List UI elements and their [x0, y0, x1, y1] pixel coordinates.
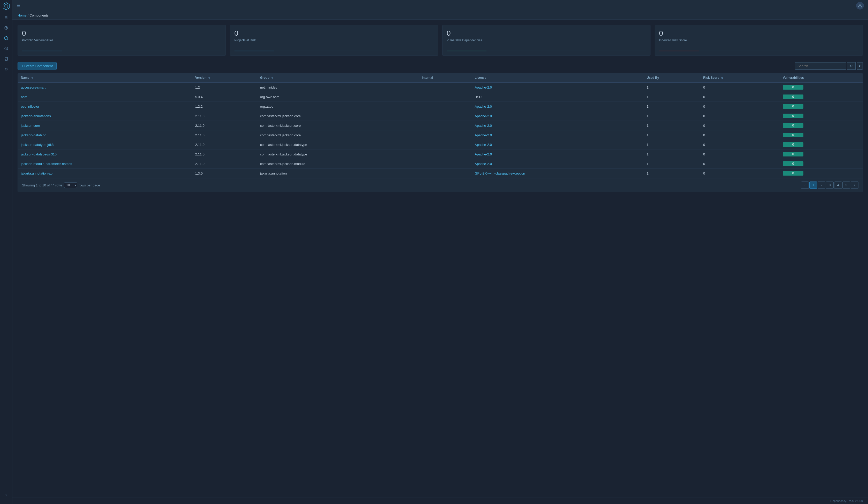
vuln-badge: 0: [783, 85, 803, 90]
license-link[interactable]: GPL-2.0-with-classpath-exception: [475, 171, 525, 175]
license-link[interactable]: Apache-2.0: [475, 162, 492, 166]
component-name-link[interactable]: jackson-annotations: [21, 114, 51, 118]
cell-vulnerabilities: 0: [780, 82, 862, 92]
pagination-page-1[interactable]: 1: [809, 181, 817, 189]
license-link[interactable]: Apache-2.0: [475, 105, 492, 108]
sidebar-item-licenses[interactable]: [1, 54, 11, 63]
cell-group: com.fasterxml.jackson.core: [257, 121, 419, 130]
cell-risk-score: 0: [700, 92, 780, 102]
license-link[interactable]: Apache-2.0: [475, 143, 492, 147]
license-link[interactable]: Apache-2.0: [475, 133, 492, 137]
cell-risk-score: 0: [700, 130, 780, 140]
avatar[interactable]: [856, 2, 864, 10]
cell-risk-score: 0: [700, 169, 780, 178]
cell-name: accessors-smart: [18, 82, 192, 92]
sidebar: ⊞ ⚙ ›: [0, 0, 12, 504]
topbar-left: ☰: [17, 3, 22, 8]
cell-license: Apache-2.0: [472, 149, 644, 159]
refresh-button[interactable]: ↻: [847, 62, 856, 70]
create-component-button[interactable]: + Create Component: [18, 62, 56, 70]
component-name-link[interactable]: jackson-core: [21, 124, 40, 127]
license-link[interactable]: Apache-2.0: [475, 85, 492, 90]
app-footer: Dependency-Track v3.8.0: [12, 497, 868, 504]
cell-license: Apache-2.0: [472, 159, 644, 169]
cell-license: Apache-2.0: [472, 140, 644, 149]
cell-version: 2.11.0: [192, 111, 257, 121]
cell-vulnerabilities: 0: [780, 169, 862, 178]
pagination-prev[interactable]: ‹: [801, 181, 809, 189]
svg-marker-0: [3, 3, 9, 10]
cell-name: jackson-module-parameter-names: [18, 159, 192, 169]
pagination-page-4[interactable]: 4: [834, 181, 842, 189]
sidebar-item-portfolio[interactable]: [1, 23, 11, 32]
stat-card-vulnerable-dependencies: 0 Vulnerable Dependencies: [442, 25, 650, 56]
stat-label-projects-at-risk: Projects at Risk: [234, 39, 434, 42]
sidebar-expand-button[interactable]: ›: [1, 490, 11, 499]
component-name-link[interactable]: jakarta.annotation-api: [21, 171, 53, 175]
cell-internal: [419, 121, 472, 130]
vuln-badge: 0: [783, 142, 803, 147]
cell-license: Apache-2.0: [472, 102, 644, 111]
pagination-next[interactable]: ›: [851, 181, 858, 189]
app-logo[interactable]: [2, 2, 10, 10]
cell-vulnerabilities: 0: [780, 130, 862, 140]
table-row: accessors-smart 1.2 net.minidev Apache-2…: [18, 82, 862, 92]
table-row: jakarta.annotation-api 1.3.5 jakarta.ann…: [18, 169, 862, 178]
sidebar-item-settings[interactable]: ⚙: [1, 65, 11, 74]
stat-cards: 0 Portfolio Vulnerabilities 0 Projects a…: [18, 25, 863, 56]
topbar: ☰: [12, 0, 868, 11]
components-table-element: Name ⇅ Version ⇅ Group ⇅ Internal Licens…: [18, 73, 862, 178]
col-header-risk-score[interactable]: Risk Score ⇅: [700, 73, 780, 82]
col-header-group[interactable]: Group ⇅: [257, 73, 419, 82]
sidebar-item-vulnerabilities[interactable]: [1, 44, 11, 53]
col-header-name[interactable]: Name ⇅: [18, 73, 192, 82]
cell-name: evo-inflector: [18, 102, 192, 111]
pagination-pages: ‹ 1 2 3 4 5 ›: [801, 181, 858, 189]
stat-label-portfolio-vulnerabilities: Portfolio Vulnerabilities: [22, 39, 221, 42]
stat-value-portfolio-vulnerabilities: 0: [22, 29, 221, 38]
sidebar-item-dashboard[interactable]: ⊞: [1, 13, 11, 22]
cell-version: 1.2: [192, 82, 257, 92]
col-header-version[interactable]: Version ⇅: [192, 73, 257, 82]
search-input[interactable]: [795, 62, 846, 70]
table-body: accessors-smart 1.2 net.minidev Apache-2…: [18, 82, 862, 178]
component-name-link[interactable]: evo-inflector: [21, 105, 39, 108]
cell-license: Apache-2.0: [472, 121, 644, 130]
pagination-page-2[interactable]: 2: [818, 181, 825, 189]
component-name-link[interactable]: asm: [21, 95, 28, 99]
cell-version: 2.11.0: [192, 149, 257, 159]
license-link[interactable]: Apache-2.0: [475, 152, 492, 156]
license-link[interactable]: Apache-2.0: [475, 114, 492, 118]
col-header-used-by: Used By: [643, 73, 700, 82]
cell-version: 2.11.0: [192, 130, 257, 140]
stat-bar-projects-at-risk: [234, 51, 434, 51]
sidebar-item-components[interactable]: [1, 34, 11, 43]
license-link[interactable]: Apache-2.0: [475, 124, 492, 127]
component-name-link[interactable]: accessors-smart: [21, 85, 45, 90]
toolbar-right: ↻ ▾: [795, 62, 863, 70]
vuln-badge: 0: [783, 171, 803, 176]
pagination-page-3[interactable]: 3: [826, 181, 834, 189]
stat-bar-portfolio-vulnerabilities: [22, 51, 221, 51]
per-page-wrapper: 10 25 50 100: [64, 182, 77, 188]
hamburger-icon[interactable]: ☰: [17, 3, 20, 8]
component-name-link[interactable]: jackson-datatype-jdk8: [21, 143, 53, 147]
breadcrumb-current: Components: [30, 13, 49, 17]
cell-version: 1.2.2: [192, 102, 257, 111]
svg-point-3: [6, 28, 7, 29]
sort-icon-name: ⇅: [31, 76, 33, 79]
stat-card-portfolio-vulnerabilities: 0 Portfolio Vulnerabilities: [18, 25, 226, 56]
cell-risk-score: 0: [700, 140, 780, 149]
component-name-link[interactable]: jackson-datatype-jsr310: [21, 152, 56, 156]
cell-used-by: 1: [643, 111, 700, 121]
cell-risk-score: 0: [700, 82, 780, 92]
breadcrumb-home[interactable]: Home: [18, 13, 27, 17]
table-row: evo-inflector 1.2.2 org.atteo Apache-2.0…: [18, 102, 862, 111]
component-name-link[interactable]: jackson-databind: [21, 133, 46, 137]
component-name-link[interactable]: jackson-module-parameter-names: [21, 162, 72, 166]
per-page-suffix: rows per page: [79, 183, 100, 187]
pagination-page-5[interactable]: 5: [843, 181, 850, 189]
per-page-select[interactable]: 10 25 50 100: [64, 182, 77, 188]
refresh-dropdown-button[interactable]: ▾: [857, 62, 863, 70]
sort-icon-risk-score: ⇅: [721, 76, 723, 79]
